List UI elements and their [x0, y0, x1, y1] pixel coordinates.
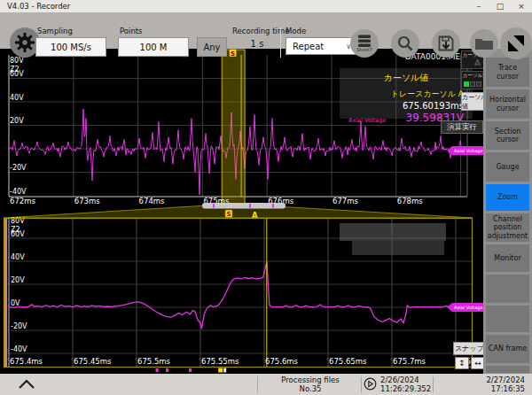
- channel-tag-bottom-label: Axial Voltage: [452, 303, 485, 312]
- thumb-mark: [249, 204, 251, 208]
- folder-icon: [474, 36, 494, 50]
- sidebar-item-zoom[interactable]: Zoom: [486, 184, 529, 211]
- thumb-mark: [272, 204, 274, 208]
- minimize-button[interactable]: –: [468, 0, 489, 12]
- svg-text:40V: 40V: [10, 94, 24, 102]
- play-icon[interactable]: [364, 377, 377, 391]
- svg-text:678ms: 678ms: [397, 197, 424, 205]
- calc-execute-button[interactable]: 演算実行: [441, 120, 483, 134]
- start-measure-button[interactable]: [500, 27, 532, 59]
- start-date: 2/26/2024: [380, 376, 431, 384]
- points-field[interactable]: 100 M: [118, 37, 189, 57]
- snap-button[interactable]: スナップ: [453, 342, 486, 355]
- channel-tag-bottom[interactable]: Axial Voltage: [447, 303, 485, 312]
- thumb-mark: [213, 204, 215, 208]
- strip-mark-white: [223, 368, 226, 373]
- svg-text:0V: 0V: [11, 299, 20, 307]
- channel-tag-top[interactable]: Axial Voltage: [447, 146, 485, 155]
- statusbar-separator: [433, 376, 434, 392]
- strip-mark: [166, 368, 168, 372]
- sidebar-item-horizontal-cursor[interactable]: Horizontal cursor: [486, 89, 529, 119]
- svg-text:675.55ms: 675.55ms: [201, 357, 239, 366]
- function-sidebar: Trace cursorHorizontal cursorSection cur…: [483, 49, 532, 374]
- statusbar: Processing files No.35 2/26/2024 11:26:2…: [0, 374, 532, 395]
- strip-mark-yellow[interactable]: [218, 368, 223, 373]
- window-title: V4.03 - Recorder: [7, 2, 70, 11]
- svg-text:-40V: -40V: [10, 188, 27, 196]
- sampling-label: Sampling: [37, 27, 73, 35]
- processing-files-block: Processing files No.35: [264, 376, 356, 393]
- sheet-button[interactable]: Sheet7: [350, 29, 379, 58]
- current-date: 2/27/2024: [442, 376, 525, 384]
- svg-text:-20V: -20V: [11, 322, 27, 330]
- sidebar-item-can-frame[interactable]: CAN frame: [486, 335, 529, 363]
- search-mark-icon[interactable]: S: [230, 50, 237, 58]
- save-button[interactable]: [432, 29, 460, 58]
- cursor-channel-label: Axial Voltage: [348, 117, 386, 124]
- gear-icon: [14, 32, 35, 53]
- sheet-button-label: Sheet7: [356, 47, 372, 52]
- strip-mark: [189, 368, 192, 372]
- any-button[interactable]: Any: [197, 37, 227, 57]
- sidebar-item-monitor[interactable]: Monitor: [486, 244, 529, 272]
- diagonal-arrows-icon: [506, 34, 526, 53]
- expand-chevron-icon[interactable]: [18, 379, 35, 390]
- svg-text:675.6ms: 675.6ms: [265, 357, 299, 366]
- svg-text:672ms: 672ms: [10, 197, 36, 205]
- svg-text:677ms: 677ms: [332, 197, 359, 205]
- open-folder-button[interactable]: [470, 29, 498, 58]
- window-controls: – □ ×: [468, 0, 532, 12]
- svg-text:Z2: Z2: [11, 226, 20, 234]
- titlebar: V4.03 - Recorder – □ ×: [0, 0, 532, 12]
- mode-label: Mode: [286, 27, 306, 35]
- channel-tag-top-label: Axial Voltage: [452, 146, 485, 155]
- cursor-time-value: 675.60193ms: [340, 101, 473, 111]
- sidebar-item-blank-7: [486, 275, 529, 303]
- recording-time-value: 1 s: [241, 39, 273, 49]
- svg-text:675.7ms: 675.7ms: [393, 357, 426, 366]
- sheet-stack-icon: [356, 35, 373, 48]
- sampling-field[interactable]: 100 MS/s: [35, 37, 106, 57]
- search-button[interactable]: [391, 29, 419, 58]
- clock-block: 2/27/2024 17:16:35: [442, 376, 525, 393]
- svg-text:674ms: 674ms: [139, 197, 166, 205]
- sidebar-item-blank-10: [486, 366, 529, 373]
- sidebar-item-gauge[interactable]: Gauge: [486, 152, 529, 182]
- maximize-button[interactable]: □: [489, 0, 511, 12]
- sidebar-item-channel-position-adjustment[interactable]: Channel position adjustment: [486, 213, 529, 242]
- app-window: V4.03 - Recorder – □ ×: [0, 0, 532, 395]
- svg-text:-40V: -40V: [11, 345, 27, 353]
- sidebar-item-trace-cursor[interactable]: Trace cursor: [486, 58, 529, 87]
- svg-text:S: S: [226, 211, 231, 218]
- processing-value: No.35: [264, 384, 356, 393]
- cursor-panel-title: カーソル値: [340, 72, 473, 84]
- toolbar: Sampling 100 MS/s Points 100 M Any Recor…: [0, 12, 532, 49]
- svg-text:20V: 20V: [11, 276, 25, 284]
- mode-dropdown[interactable]: Repeat ∨: [286, 37, 356, 55]
- svg-text:Z2: Z2: [10, 66, 20, 74]
- zoom-channel-strip: [4, 219, 7, 367]
- svg-text:675.4ms: 675.4ms: [10, 357, 43, 366]
- ghost-panel: [340, 223, 446, 241]
- svg-text:675.5ms: 675.5ms: [137, 357, 171, 366]
- cursor-name: トレースカーソル A: [340, 89, 473, 100]
- sidebar-item-blank-8: [486, 306, 529, 332]
- statusbar-separator: [257, 376, 258, 392]
- svg-text:40V: 40V: [11, 253, 25, 261]
- svg-text:20V: 20V: [10, 117, 24, 125]
- cursor-select-ghost: A: [474, 58, 481, 67]
- statusbar-separator: [361, 376, 362, 392]
- vertical-zoom-button[interactable]: ↕: [455, 357, 469, 369]
- waveform-workspace: 80V60V40V20V-20V-40VZ2672ms673ms674ms675…: [0, 49, 483, 374]
- points-label: Points: [120, 27, 143, 35]
- cursor-value-panel: カーソル値 トレースカーソル A 675.60193ms Axial Volta…: [340, 68, 473, 119]
- sidebar-item-section-cursor[interactable]: Section cursor: [486, 121, 529, 150]
- search-icon: [396, 35, 414, 52]
- svg-text:-20V: -20V: [10, 164, 27, 172]
- bottom-waveform: [9, 262, 468, 329]
- svg-text:673ms: 673ms: [74, 197, 101, 205]
- close-button[interactable]: ×: [511, 0, 532, 12]
- search-mark-icon[interactable]: S: [225, 210, 232, 218]
- svg-text:675.45ms: 675.45ms: [74, 357, 112, 366]
- svg-text:675.65ms: 675.65ms: [329, 357, 367, 366]
